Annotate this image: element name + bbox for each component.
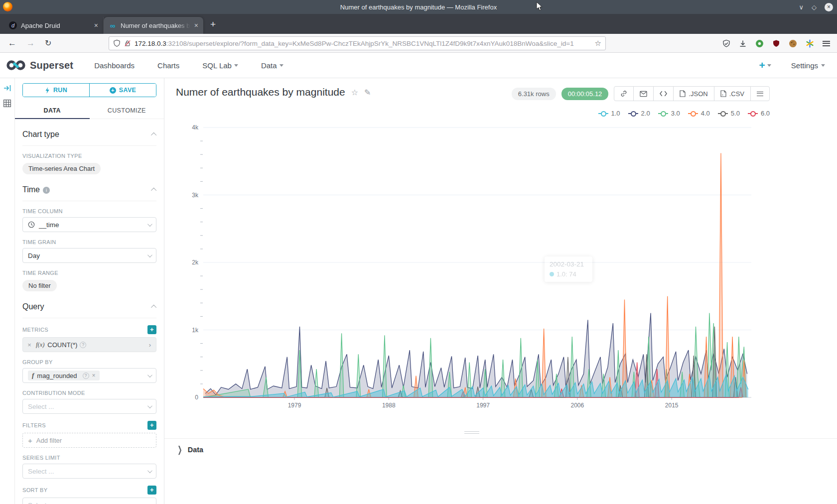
nav-data[interactable]: Data (261, 61, 283, 70)
multicolor-asterisk-icon[interactable] (806, 39, 814, 48)
time-range-pill[interactable]: No filter (22, 280, 57, 291)
save-plus-icon: + (110, 87, 116, 94)
remove-token-icon[interactable]: × (92, 372, 96, 379)
metric-count-token[interactable]: × f(x) COUNT(*) ? › (22, 337, 156, 352)
tooltip-date: 2002-03-21 (550, 260, 587, 268)
superset-brand[interactable]: Superset (6, 60, 73, 71)
browser-tabstrip: d Apache Druid × ∞ Numer of earthquakes … (0, 14, 837, 34)
chevron-down-icon (234, 64, 238, 67)
tab-customize[interactable]: CUSTOMIZE (90, 102, 164, 119)
chevron-down-icon (821, 64, 825, 67)
chevron-down-icon (279, 64, 283, 67)
close-window-icon[interactable]: × (825, 3, 833, 11)
forward-button[interactable]: → (26, 38, 35, 48)
timeseries-area-chart[interactable]: 01k2k3k4k19791988199720062015 (164, 78, 837, 427)
question-icon: ? (83, 373, 89, 379)
chart-tooltip: 2002-03-21 1.0: 74 (545, 256, 592, 282)
close-tab-icon[interactable]: × (194, 21, 198, 29)
chevron-right-icon[interactable]: › (144, 341, 156, 349)
group-by-token[interactable]: f mag_rounded ? × (28, 371, 100, 380)
data-panel-toggle[interactable]: ❯ Data (177, 446, 837, 454)
maximize-icon[interactable]: ◇ (812, 3, 817, 11)
tooltip-entry: 1.0: 74 (557, 270, 576, 278)
bookmark-star-icon[interactable]: ☆ (595, 39, 601, 48)
chevron-down-icon (147, 502, 152, 504)
firefox-logo-icon (3, 2, 12, 11)
sort-by-select[interactable]: Select ... (22, 498, 156, 504)
save-button[interactable]: + SAVE (90, 84, 156, 97)
back-button[interactable]: ← (8, 38, 16, 48)
add-metric-button[interactable]: + (147, 325, 156, 334)
svg-text:4k: 4k (192, 124, 199, 131)
explore-control-panel: RUN + SAVE DATA CUSTOMIZE Chart type VIS… (15, 78, 164, 504)
chevron-down-icon (147, 222, 152, 227)
remove-metric-icon[interactable]: × (23, 341, 36, 349)
nav-charts[interactable]: Charts (157, 61, 179, 70)
browser-tab-apache-druid[interactable]: d Apache Druid × (4, 17, 104, 34)
time-grain-value: Day (28, 252, 40, 259)
datasource-grid-icon[interactable] (3, 99, 11, 108)
chevron-up-icon (151, 305, 156, 310)
chevron-down-icon (147, 403, 152, 408)
section-time[interactable]: Timei (22, 185, 156, 201)
svg-text:0: 0 (195, 394, 198, 401)
time-range-label: TIME RANGE (22, 270, 58, 276)
add-sort-by-button[interactable]: + (147, 486, 156, 495)
filters-label: FILTERS (22, 422, 46, 428)
lightning-icon (45, 87, 50, 94)
time-grain-select[interactable]: Day (22, 248, 156, 263)
tab-data[interactable]: DATA (15, 102, 90, 119)
url-text[interactable]: 172.18.0.3:32108/superset/explore/?form_… (135, 40, 591, 47)
firefox-menu-icon[interactable] (823, 41, 830, 46)
url-bar[interactable]: 172.18.0.3:32108/superset/explore/?form_… (109, 36, 606, 50)
settings-label: Settings (791, 61, 818, 70)
section-query[interactable]: Query (22, 302, 156, 318)
svg-text:1979: 1979 (288, 402, 301, 409)
run-button[interactable]: RUN (23, 84, 90, 97)
data-panel-label: Data (188, 446, 203, 454)
section-title: Timei (22, 185, 50, 194)
time-grain-label: TIME GRAIN (22, 239, 56, 245)
window-title: Numer of earthquakes by magnitude — Mozi… (0, 3, 837, 11)
section-chart-type[interactable]: Chart type (22, 130, 156, 146)
add-filter-dropzone[interactable]: + Add filter (22, 433, 156, 448)
contribution-mode-select[interactable]: Select ... (22, 399, 156, 414)
browser-tab-superset[interactable]: ∞ Numer of earthquakes by × (104, 17, 203, 34)
metrics-label: METRICS (22, 327, 48, 333)
group-by-select[interactable]: f mag_rounded ? × (22, 368, 156, 383)
new-tab-button[interactable]: + (210, 19, 216, 30)
series-limit-select[interactable]: Select ... (22, 464, 156, 479)
tooltip-series-dot (550, 272, 554, 276)
new-item-button[interactable]: + (759, 59, 771, 71)
viz-type-pill[interactable]: Time-series Area Chart (22, 163, 101, 174)
reload-button[interactable]: ↻ (45, 38, 51, 48)
collapse-panel-icon[interactable] (3, 84, 11, 92)
resize-drag-handle[interactable] (464, 431, 479, 435)
time-column-value: __time (39, 221, 59, 229)
tracking-shield-icon[interactable] (113, 39, 121, 47)
protection-shield-icon[interactable] (722, 39, 730, 48)
close-tab-icon[interactable]: × (94, 21, 98, 29)
ublock-shield-icon[interactable] (772, 39, 780, 48)
time-column-select[interactable]: __time (22, 217, 156, 232)
chevron-down-icon (767, 64, 771, 67)
minimize-icon[interactable]: ∨ (799, 3, 804, 11)
settings-menu[interactable]: Settings (791, 61, 825, 70)
viz-type-label: VISUALIZATION TYPE (22, 153, 82, 159)
cookie-extension-icon[interactable] (789, 39, 797, 48)
add-filter-plus-button[interactable]: + (147, 421, 156, 430)
downloads-icon[interactable] (739, 39, 747, 48)
nav-dashboards[interactable]: Dashboards (94, 61, 135, 70)
extension-green-icon[interactable] (755, 39, 764, 48)
section-title: Query (22, 302, 44, 311)
insecure-lock-icon[interactable] (124, 39, 131, 47)
select-placeholder: Select ... (28, 403, 54, 410)
application-window: Numer of earthquakes by magnitude — Mozi… (0, 0, 837, 504)
plus-icon: + (759, 59, 765, 71)
nav-sql-lab[interactable]: SQL Lab (202, 61, 238, 70)
tab-title: Numer of earthquakes by (121, 22, 190, 29)
metric-value: COUNT(*) (47, 341, 77, 349)
chevron-down-icon (147, 373, 152, 378)
info-icon: i (43, 187, 50, 194)
chevron-right-icon: ❯ (177, 445, 182, 455)
